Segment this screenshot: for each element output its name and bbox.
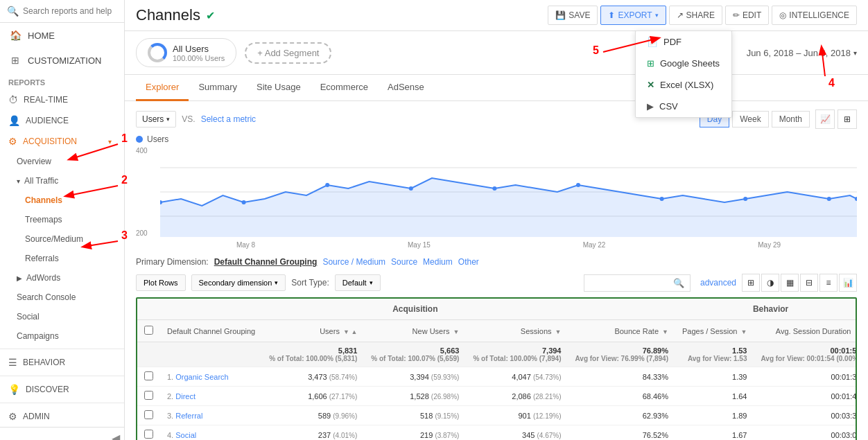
month-button[interactable]: Month (772, 111, 810, 127)
dim-medium[interactable]: Medium (423, 257, 453, 267)
export-excel[interactable]: ✕ Excel (XLSX) (636, 74, 731, 96)
table-view-chart[interactable]: 📊 (839, 274, 857, 292)
secondary-dimension-button[interactable]: Secondary dimension ▾ (191, 274, 286, 291)
row1-sessions: 4,047 (54.73%) (466, 367, 568, 387)
tab-siteusage[interactable]: Site Usage (247, 75, 311, 101)
sidebar-item-behavior[interactable]: ☰ BEHAVIOR (0, 352, 124, 373)
dim-source[interactable]: Source (391, 257, 417, 267)
export-pdf[interactable]: 📄 PDF (636, 31, 731, 53)
row4-label[interactable]: Social (175, 431, 196, 439)
edit-button[interactable]: ✏ EDIT (725, 6, 769, 25)
intelligence-button[interactable]: ◎ INTELLIGENCE (772, 6, 857, 25)
tab-ecommerce[interactable]: Ecommerce (311, 75, 378, 101)
table-search-box[interactable]: 🔍 (584, 274, 691, 292)
row3-label[interactable]: Referral (175, 412, 202, 420)
dim-default-channel[interactable]: Default Channel Grouping (214, 257, 318, 267)
group-empty (137, 299, 262, 320)
share-button[interactable]: ↗ SHARE (669, 6, 722, 25)
col-bounce-rate[interactable]: Bounce Rate ▼ (568, 320, 675, 342)
metric-selector[interactable]: Users ▾ (136, 111, 176, 127)
tab-adsense[interactable]: AdSense (378, 75, 434, 101)
sidebar-item-alltraffic[interactable]: ▾ All Traffic (0, 171, 124, 191)
sort-type-button[interactable]: Default ▾ (335, 274, 381, 291)
col-avg-session[interactable]: Avg. Session Duration ▼ (754, 320, 857, 342)
dim-source-medium[interactable]: Source / Medium (322, 257, 385, 267)
sidebar-item-treemaps[interactable]: Treemaps (0, 210, 124, 229)
sidebar-audience-label: AUDIENCE (26, 116, 69, 125)
row3-checkbox[interactable] (137, 406, 160, 425)
sidebar-item-discover[interactable]: 💡 DISCOVER (0, 379, 124, 400)
sidebar-treemaps-label: Treemaps (25, 215, 62, 225)
content-area: Users ▾ VS. Select a metric Day Week Mon… (125, 101, 868, 440)
row3-check[interactable] (144, 410, 153, 419)
row1-bounce: 84.33% (568, 367, 675, 387)
table-search-input[interactable] (590, 278, 673, 288)
sidebar-item-social[interactable]: Social (0, 307, 124, 326)
col-new-users[interactable]: New Users ▼ (364, 320, 466, 342)
tab-summary[interactable]: Summary (189, 75, 247, 101)
select-metric-link[interactable]: Select a metric (201, 114, 256, 124)
table-view-bar[interactable]: ▦ (781, 274, 799, 292)
svg-point-4 (242, 200, 246, 204)
search-bar[interactable]: 🔍 (0, 0, 124, 23)
week-button[interactable]: Week (732, 111, 768, 127)
plot-rows-button[interactable]: Plot Rows (136, 274, 186, 291)
verified-icon: ✔ (206, 9, 215, 22)
row2-pages: 1.64 (675, 387, 754, 406)
row4-checkbox[interactable] (137, 425, 160, 441)
legend-dot (136, 136, 143, 143)
export-sheets[interactable]: ⊞ Google Sheets (636, 53, 731, 74)
export-csv[interactable]: ▶ CSV (636, 96, 731, 117)
sidebar-item-realtime[interactable]: ⏱ REAL-TIME (0, 89, 124, 110)
date-range[interactable]: Jun 6, 2018 – Jun 6, 2018 ▾ (747, 48, 857, 58)
sidebar-item-admin[interactable]: ⚙ ADMIN (0, 406, 124, 427)
row4-num: 4. (167, 431, 173, 439)
row1-checkbox[interactable] (137, 367, 160, 387)
row1-label[interactable]: Organic Search (175, 373, 228, 381)
line-chart-btn[interactable]: 📈 (815, 109, 835, 129)
table-view-grid[interactable]: ⊞ (742, 274, 760, 292)
save-button[interactable]: 💾 SAVE (548, 6, 598, 25)
add-segment-button[interactable]: + Add Segment (245, 42, 331, 64)
bar-chart-btn[interactable]: ⊞ (837, 109, 857, 129)
table-view-pie[interactable]: ◑ (761, 274, 779, 292)
row1-check[interactable] (144, 371, 153, 380)
sidebar-item-customization[interactable]: ⊞ CUSTOMIZATION (0, 48, 124, 73)
avgsess-sort-icon: ▼ (855, 328, 857, 335)
row4-check[interactable] (144, 430, 153, 439)
admin-icon: ⚙ (8, 411, 17, 422)
row2-check[interactable] (144, 391, 153, 400)
sidebar-item-audience[interactable]: 👤 AUDIENCE (0, 110, 124, 131)
sidebar-item-sourcemedium[interactable]: Source/Medium (0, 229, 124, 249)
dim-other[interactable]: Other (458, 257, 479, 267)
sidebar-item-searchconsole[interactable]: Search Console (0, 288, 124, 307)
sidebar-item-adwords[interactable]: ▶ AdWords (0, 268, 124, 288)
svg-point-8 (576, 183, 580, 187)
sidebar-item-overview[interactable]: Overview (0, 152, 124, 171)
select-all-checkbox[interactable] (144, 326, 153, 335)
row2-checkbox[interactable] (137, 387, 160, 406)
data-table: Acquisition Behavior Conversions Default… (137, 299, 857, 440)
advanced-search-link[interactable]: advanced (700, 278, 736, 288)
sidebar-collapse-btn[interactable]: ◀ (112, 432, 120, 440)
col-users[interactable]: Users ▼ ▲ (262, 320, 364, 342)
tab-explorer[interactable]: Explorer (136, 75, 189, 101)
col-pages-session[interactable]: Pages / Session ▼ (675, 320, 754, 342)
row2-new-users: 1,528 (26.98%) (364, 387, 466, 406)
col-sessions[interactable]: Sessions ▼ (466, 320, 568, 342)
table-view-compare[interactable]: ≡ (819, 274, 837, 292)
search-input[interactable] (23, 6, 117, 16)
sidebar-item-acquisition[interactable]: ⚙ ACQUISITION ▾ (0, 131, 124, 152)
total-checkbox (137, 342, 160, 367)
all-users-segment[interactable]: All Users 100.00% Users (136, 38, 236, 67)
row2-label[interactable]: Direct (175, 392, 196, 401)
table-view-pivot[interactable]: ⊟ (800, 274, 818, 292)
sidebar-item-channels[interactable]: Channels (0, 191, 124, 210)
sidebar-item-home[interactable]: 🏠 HOME (0, 23, 124, 48)
sidebar-item-referrals[interactable]: Referrals (0, 249, 124, 268)
row3-num: 3. (167, 412, 173, 420)
svg-point-6 (409, 186, 413, 191)
sidebar-item-campaigns[interactable]: Campaigns (0, 326, 124, 346)
new-users-sort-icon: ▼ (453, 328, 459, 335)
export-button[interactable]: ⬆ EXPORT ▾ (600, 6, 666, 25)
